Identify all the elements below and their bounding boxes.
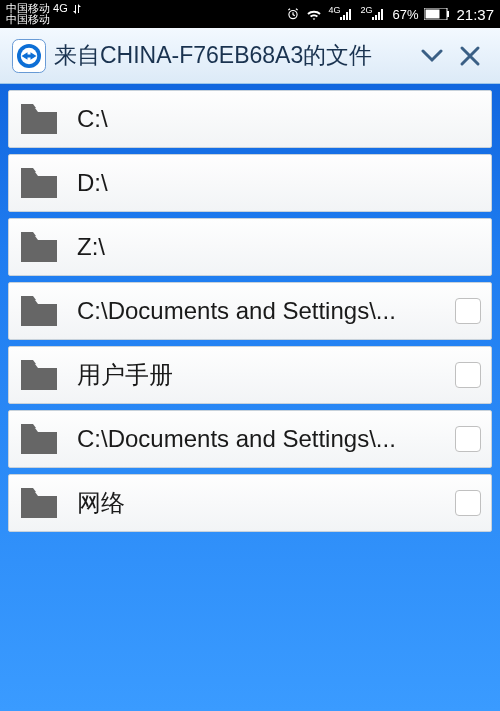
svg-rect-5 [372,17,374,20]
battery-pct: 67% [392,7,418,22]
svg-rect-1 [340,17,342,20]
carrier-bottom: 中国移动 [6,14,82,25]
chevron-down-icon[interactable] [420,44,444,68]
data-transfer-icon [72,4,82,14]
file-label: Z:\ [77,233,481,261]
file-label: C:\Documents and Settings\... [77,297,447,325]
status-bar: 中国移动 4G 中国移动 4G 2G 67% 21:37 [0,0,500,28]
alarm-icon [286,7,300,21]
folder-icon [19,163,59,203]
list-item[interactable]: D:\ [8,154,492,212]
folder-icon [19,291,59,331]
file-label: C:\Documents and Settings\... [77,425,447,453]
list-item[interactable]: 用户手册 [8,346,492,404]
checkbox[interactable] [455,298,481,324]
svg-rect-10 [426,10,440,19]
signal-1: 4G [328,8,354,20]
battery-icon [424,8,450,20]
list-item[interactable]: Z:\ [8,218,492,276]
svg-rect-8 [381,9,383,20]
wifi-icon [306,8,322,20]
header-bar: 来自CHINA-F76EB68A3的文件 [0,28,500,84]
svg-rect-15 [26,54,32,57]
carrier-block: 中国移动 4G 中国移动 [6,3,82,25]
svg-rect-11 [447,11,449,17]
teamviewer-logo-icon [10,37,48,75]
svg-rect-4 [349,9,351,20]
clock: 21:37 [456,6,494,23]
folder-icon [19,483,59,523]
file-label: D:\ [77,169,481,197]
header-title[interactable]: 来自CHINA-F76EB68A3的文件 [54,40,414,71]
svg-rect-2 [343,15,345,20]
close-button[interactable] [450,36,490,76]
list-item[interactable]: C:\Documents and Settings\... [8,282,492,340]
list-item[interactable]: C:\ [8,90,492,148]
checkbox[interactable] [455,362,481,388]
svg-rect-7 [378,12,380,20]
signal-2: 2G [360,8,386,20]
checkbox[interactable] [455,426,481,452]
file-label: 用户手册 [77,359,447,391]
folder-icon [19,419,59,459]
list-item[interactable]: C:\Documents and Settings\... [8,410,492,468]
file-label: 网络 [77,487,447,519]
folder-icon [19,227,59,267]
checkbox[interactable] [455,490,481,516]
svg-rect-6 [375,15,377,20]
folder-icon [19,355,59,395]
file-list: C:\ D:\ Z:\ C:\Documents and Settings\..… [0,84,500,711]
file-label: C:\ [77,105,481,133]
folder-icon [19,99,59,139]
svg-rect-3 [346,12,348,20]
list-item[interactable]: 网络 [8,474,492,532]
